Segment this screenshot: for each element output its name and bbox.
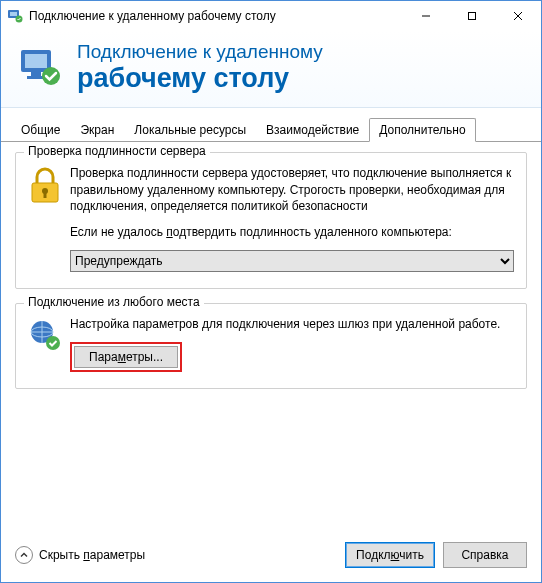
header-line1: Подключение к удаленному bbox=[77, 41, 323, 64]
tab-content: Проверка подлинности сервера Проверка по… bbox=[1, 142, 541, 532]
svg-rect-14 bbox=[44, 192, 47, 198]
auth-fail-label: Если не удалось подтвердить подлинность … bbox=[70, 224, 514, 240]
app-icon bbox=[7, 8, 23, 24]
help-button[interactable]: Справка bbox=[443, 542, 527, 568]
tab-experience[interactable]: Взаимодействие bbox=[256, 118, 369, 141]
tab-local-resources[interactable]: Локальные ресурсы bbox=[124, 118, 256, 141]
footer: Скрыть параметры Подключить Справка bbox=[1, 532, 541, 582]
remote-desktop-icon bbox=[17, 44, 63, 90]
tab-general[interactable]: Общие bbox=[11, 118, 70, 141]
server-auth-group: Проверка подлинности сервера Проверка по… bbox=[15, 152, 527, 289]
gateway-icon bbox=[28, 316, 70, 372]
header-banner: Подключение к удаленному рабочему столу bbox=[1, 31, 541, 108]
collapse-options[interactable]: Скрыть параметры bbox=[15, 546, 337, 564]
svg-rect-1 bbox=[10, 12, 17, 16]
titlebar: Подключение к удаленному рабочему столу bbox=[1, 1, 541, 31]
svg-rect-4 bbox=[469, 13, 476, 20]
server-auth-title: Проверка подлинности сервера bbox=[24, 144, 210, 158]
tab-display[interactable]: Экран bbox=[70, 118, 124, 141]
svg-point-19 bbox=[46, 336, 60, 350]
window-controls bbox=[403, 1, 541, 31]
tab-advanced[interactable]: Дополнительно bbox=[369, 118, 475, 142]
rdp-window: Подключение к удаленному рабочему столу … bbox=[0, 0, 542, 583]
chevron-up-icon bbox=[15, 546, 33, 564]
auth-fail-select[interactable]: Предупреждать bbox=[70, 250, 514, 272]
svg-rect-9 bbox=[31, 72, 41, 76]
connect-anywhere-group: Подключение из любого места Настройка па… bbox=[15, 303, 527, 389]
highlight-frame: Параметры... bbox=[70, 342, 182, 372]
connect-button[interactable]: Подключить bbox=[345, 542, 435, 568]
close-button[interactable] bbox=[495, 1, 541, 31]
gateway-settings-button[interactable]: Параметры... bbox=[74, 346, 178, 368]
server-auth-description: Проверка подлинности сервера удостоверяе… bbox=[70, 165, 514, 214]
lock-icon bbox=[28, 165, 70, 272]
collapse-label: Скрыть параметры bbox=[39, 548, 145, 562]
connect-anywhere-title: Подключение из любого места bbox=[24, 295, 204, 309]
header-title: Подключение к удаленному рабочему столу bbox=[77, 41, 323, 93]
tab-strip: Общие Экран Локальные ресурсы Взаимодейс… bbox=[1, 116, 541, 142]
svg-point-11 bbox=[42, 67, 60, 85]
svg-rect-8 bbox=[25, 54, 47, 68]
minimize-button[interactable] bbox=[403, 1, 449, 31]
gateway-description: Настройка параметров для подключения чер… bbox=[70, 316, 514, 332]
window-title: Подключение к удаленному рабочему столу bbox=[29, 9, 403, 23]
maximize-button[interactable] bbox=[449, 1, 495, 31]
header-line2: рабочему столу bbox=[77, 64, 323, 94]
